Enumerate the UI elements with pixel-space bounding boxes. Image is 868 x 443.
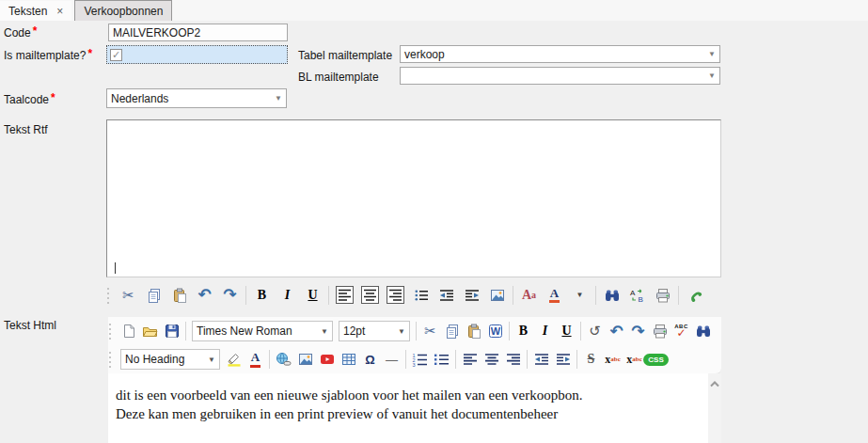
html-toolbar-row2: No Heading▼AΩ—123SxabcxabcCSS xyxy=(108,345,721,374)
copy-icon[interactable] xyxy=(141,283,166,308)
toolbar-separator xyxy=(513,286,513,305)
font-color-red-icon[interactable]: A xyxy=(245,347,266,372)
print-icon[interactable] xyxy=(649,319,671,343)
cut-icon[interactable]: ✂ xyxy=(419,319,441,343)
taalcode-dropdown[interactable]: Nederlands ▼ xyxy=(106,88,287,108)
underline-icon[interactable]: U xyxy=(556,319,577,343)
align-center-boxed-icon[interactable] xyxy=(357,283,383,308)
strikethrough-icon[interactable]: S xyxy=(580,347,602,372)
redo-icon[interactable]: ↷ xyxy=(627,319,649,343)
tekst-rtf-label: Tekst Rtf xyxy=(4,123,48,136)
css-icon[interactable]: CSS xyxy=(645,347,667,372)
dropdown-arrow-icon[interactable]: ▼ xyxy=(398,327,405,336)
highlight-icon[interactable] xyxy=(223,347,245,372)
code-label: Code* xyxy=(4,26,37,40)
is-mailtemplate-label: Is mailtemplate?* xyxy=(4,49,92,62)
print-icon[interactable] xyxy=(650,283,675,308)
scroll-up-icon[interactable] xyxy=(709,379,720,388)
required-asterisk: * xyxy=(51,91,55,104)
taalcode-label: Taalcode* xyxy=(4,93,55,106)
font-combo[interactable]: Times New Roman▼ xyxy=(192,321,333,341)
align-left-icon[interactable] xyxy=(459,347,481,372)
font-color-icon[interactable]: A xyxy=(542,283,567,308)
toolbar-drag-handle[interactable] xyxy=(108,350,116,369)
rtf-toolbar: ✂↶↷BIUAaA▼AB xyxy=(106,279,723,310)
size-combo-value: 12pt xyxy=(343,324,365,338)
horizontal-rule-icon[interactable]: — xyxy=(381,347,402,372)
font-combo-value: Times New Roman xyxy=(197,324,292,338)
svg-text:W: W xyxy=(490,325,500,337)
find-icon[interactable] xyxy=(599,283,624,308)
italic-icon[interactable]: I xyxy=(275,283,300,308)
italic-icon[interactable]: I xyxy=(534,319,556,343)
special-character-icon[interactable]: Ω xyxy=(359,347,381,372)
align-right-icon[interactable] xyxy=(502,347,524,372)
bl-mailtemplate-dropdown[interactable]: ▼ xyxy=(400,67,720,85)
replace-icon[interactable]: AB xyxy=(624,283,650,308)
insert-image-icon[interactable] xyxy=(484,283,510,308)
is-mailtemplate-field[interactable]: ✓ xyxy=(106,45,288,64)
insert-image-icon[interactable] xyxy=(294,347,316,372)
toolbar-drag-handle[interactable] xyxy=(106,286,114,305)
is-mailtemplate-checkbox[interactable]: ✓ xyxy=(110,49,122,61)
toolbar-separator xyxy=(245,286,246,305)
align-center-icon[interactable] xyxy=(481,347,502,372)
phone-icon[interactable] xyxy=(682,283,707,308)
dropdown-arrow-icon[interactable]: ▼ xyxy=(708,71,716,80)
word-icon[interactable]: W xyxy=(484,319,506,343)
bullet-list-blue-icon[interactable] xyxy=(431,347,452,372)
bullet-list-icon[interactable] xyxy=(408,283,434,308)
superscript-icon[interactable]: xabc xyxy=(602,347,623,372)
rtf-editor-area[interactable] xyxy=(106,119,721,277)
heading-combo[interactable]: No Heading▼ xyxy=(120,349,220,370)
indent-increase-icon[interactable] xyxy=(459,283,484,308)
toolbar-drag-handle[interactable] xyxy=(108,322,116,340)
html-editor-scrollbar[interactable] xyxy=(708,373,721,443)
align-left-boxed-icon[interactable] xyxy=(332,283,357,308)
table-icon[interactable] xyxy=(338,347,359,372)
size-combo[interactable]: 12pt▼ xyxy=(339,321,410,341)
bold-icon[interactable]: B xyxy=(249,283,275,308)
spellcheck-icon[interactable]: ABC✓ xyxy=(671,319,692,343)
html-editor-area[interactable]: dit is een voorbeeld van een nieuwe sjab… xyxy=(108,373,708,443)
taalcode-value: Nederlands xyxy=(111,92,168,105)
indent-decrease-icon[interactable] xyxy=(434,283,459,308)
numbered-list-icon[interactable]: 123 xyxy=(409,347,431,372)
tab-verkoopbonnen[interactable]: Verkoopbonnen xyxy=(74,0,172,21)
paste-icon[interactable] xyxy=(166,283,192,308)
bold-icon[interactable]: B xyxy=(513,319,534,343)
outdent-icon[interactable] xyxy=(530,347,552,372)
bl-mailtemplate-label: BL mailtemplate xyxy=(298,71,379,84)
code-input[interactable]: MAILVERKOOP2 xyxy=(108,24,288,41)
tab-verkoopbonnen-label: Verkoopbonnen xyxy=(84,5,163,18)
toolbar-separator xyxy=(580,322,581,340)
dropdown-caret-icon[interactable]: ▼ xyxy=(567,283,592,308)
redo-icon[interactable]: ↷ xyxy=(217,283,243,308)
underline-icon[interactable]: U xyxy=(300,283,325,308)
undo-icon[interactable]: ↶ xyxy=(606,319,627,343)
toolbar-separator xyxy=(269,350,270,369)
align-right-boxed-icon[interactable] xyxy=(383,283,408,308)
find-icon[interactable] xyxy=(692,319,714,343)
cut-icon[interactable]: ✂ xyxy=(116,283,141,308)
indent-icon[interactable] xyxy=(552,347,574,372)
copy-icon[interactable] xyxy=(441,319,463,343)
tabel-mailtemplate-dropdown[interactable]: verkoop ▼ xyxy=(400,45,720,63)
youtube-icon[interactable] xyxy=(316,347,338,372)
dropdown-arrow-icon[interactable]: ▼ xyxy=(708,50,716,58)
subscript-icon[interactable]: xabc xyxy=(623,347,645,372)
font-icon[interactable]: Aa xyxy=(516,283,542,308)
dropdown-arrow-icon[interactable]: ▼ xyxy=(275,94,282,103)
open-icon[interactable] xyxy=(139,319,161,343)
dropdown-arrow-icon[interactable]: ▼ xyxy=(208,356,215,364)
html-editor-line: dit is een voorbeeld van een nieuwe sjab… xyxy=(116,386,701,404)
undo-icon[interactable]: ↶ xyxy=(192,283,217,308)
save-icon[interactable] xyxy=(161,319,182,343)
tab-teksten[interactable]: Teksten × xyxy=(0,1,71,21)
new-document-icon[interactable] xyxy=(118,319,139,343)
hyperlink-icon[interactable] xyxy=(273,347,294,372)
paste-icon[interactable] xyxy=(463,319,484,343)
refresh-icon[interactable]: ↺ xyxy=(584,319,606,343)
dropdown-arrow-icon[interactable]: ▼ xyxy=(321,327,328,336)
tab-close-icon[interactable]: × xyxy=(56,6,63,17)
